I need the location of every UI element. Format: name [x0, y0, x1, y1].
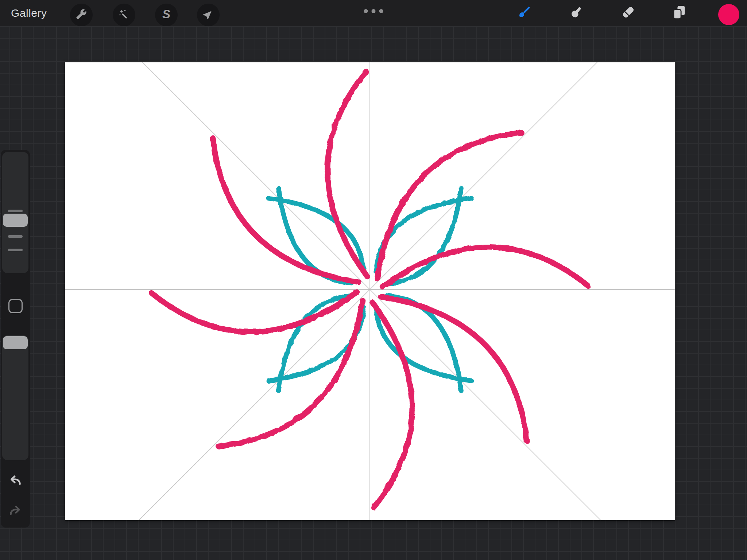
top-toolbar: Gallery S — [0, 0, 747, 26]
transform-button[interactable] — [197, 4, 220, 26]
opacity-slider[interactable] — [2, 335, 28, 460]
erase-tool-button[interactable] — [613, 0, 643, 26]
redo-button[interactable] — [1, 501, 30, 521]
wrench-icon — [76, 9, 87, 21]
selection-button[interactable]: S — [155, 4, 178, 26]
pink-stroke — [383, 247, 588, 287]
brush-size-slider[interactable] — [2, 152, 28, 273]
actions-button[interactable] — [70, 4, 93, 26]
smudge-tool-button[interactable] — [561, 0, 592, 26]
adjustments-button[interactable] — [113, 4, 135, 26]
layers-button[interactable] — [664, 0, 694, 26]
undo-arrow-icon — [8, 473, 23, 489]
magic-wand-icon — [119, 9, 129, 21]
brush-size-slider-thumb[interactable] — [3, 214, 28, 227]
opacity-slider-thumb[interactable] — [3, 336, 28, 349]
pink-stroke — [381, 297, 527, 441]
symmetry-guides — [65, 62, 675, 520]
paintbrush-icon — [516, 4, 532, 22]
ellipsis-icon — [364, 9, 368, 13]
modify-button[interactable] — [8, 299, 23, 313]
eraser-icon — [620, 4, 636, 22]
pink-stroke — [377, 133, 521, 279]
sidebar — [1, 150, 30, 528]
s-curve-icon: S — [162, 7, 170, 21]
undo-button[interactable] — [1, 471, 30, 491]
color-button[interactable] — [718, 4, 739, 25]
layers-icon — [671, 4, 687, 22]
pink-stroke — [328, 71, 367, 277]
slider-tick — [8, 235, 23, 238]
move-arrow-icon — [203, 9, 214, 21]
slider-tick — [8, 210, 23, 212]
pink-stroke — [372, 302, 412, 508]
smudge-finger-icon — [568, 4, 584, 22]
pink-stroke — [152, 292, 357, 332]
pink-stroke — [213, 138, 359, 282]
gallery-button[interactable]: Gallery — [11, 0, 47, 26]
redo-arrow-icon — [8, 503, 23, 519]
procreate-app: Gallery S — [0, 0, 747, 560]
artwork-svg — [65, 62, 675, 520]
drawing-canvas[interactable] — [65, 62, 675, 520]
slider-tick — [8, 249, 23, 251]
paint-tool-button[interactable] — [509, 0, 539, 26]
canvas-options-handle[interactable] — [364, 9, 383, 13]
pink-stroke — [218, 300, 363, 446]
